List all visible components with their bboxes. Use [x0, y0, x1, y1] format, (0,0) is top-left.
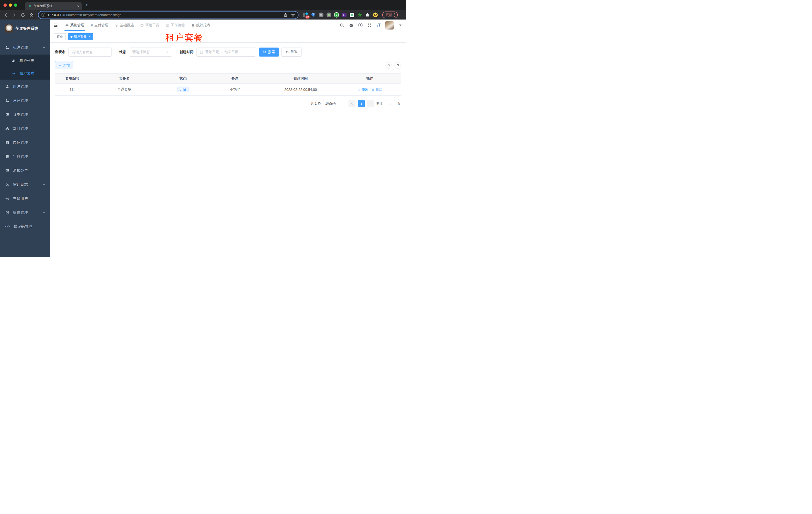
nav-item-system[interactable]: 系统管理 [62, 20, 87, 31]
fullscreen-icon[interactable] [367, 23, 372, 28]
user-avatar[interactable] [385, 21, 394, 29]
tags-view-bar: 首页 租户套餐 × 租户套餐 [50, 31, 406, 43]
bookmark-star-icon[interactable] [291, 13, 295, 17]
browser-update-button[interactable]: 更新 [382, 11, 398, 18]
avatar-dropdown-caret-icon[interactable] [399, 25, 402, 26]
tag-home[interactable]: 首页 [54, 33, 66, 40]
shield-check-icon [5, 211, 9, 215]
prev-page-button[interactable] [348, 100, 355, 107]
page-size-select[interactable]: 10条/页 [323, 100, 346, 107]
gear-icon [65, 24, 69, 27]
browser-tab[interactable]: 芋道管理系统 × [25, 2, 82, 10]
browser-menu-icon[interactable] [394, 13, 395, 17]
page-number-button[interactable]: 1 [358, 100, 365, 107]
plus-icon [58, 64, 61, 67]
sidebar-item-tenant-list[interactable]: 租户列表 [0, 55, 50, 67]
sidebar-item-menu-management[interactable]: 菜单管理 [0, 108, 50, 121]
date-range-picker[interactable]: 开始日期 - 结束日期 [197, 48, 256, 57]
sidebar-menu: 租户管理 租户列表 租户套餐 用户管理 角色管理 [0, 40, 50, 257]
font-size-icon[interactable]: TT [377, 23, 380, 27]
maximize-window-button[interactable] [14, 3, 17, 7]
code-icon: </> [5, 225, 10, 228]
tag-close-icon[interactable]: × [88, 35, 90, 38]
extension-grid-icon[interactable]: 10 [303, 12, 308, 18]
sidebar-item-tenant-package[interactable]: 租户套餐 [0, 67, 50, 80]
home-button[interactable] [28, 11, 35, 19]
reset-button[interactable]: 重置 [282, 48, 301, 57]
sidebar-item-sms-management[interactable]: 短信管理 [0, 206, 50, 220]
url-path: :48080/admin-ui/system/tenant/package [61, 13, 121, 17]
sidebar-item-tenant-management[interactable]: 租户管理 [0, 40, 50, 55]
url-bar[interactable]: i 127.0.0.1:48080/admin-ui/system/tenant… [38, 11, 298, 19]
nav-item-infra[interactable]: 基础设施 [112, 20, 137, 31]
sidebar-item-dept-management[interactable]: 部门管理 [0, 121, 50, 136]
sidebar-logo-row: 芋道管理系统 [0, 22, 50, 35]
delete-link[interactable]: 删除 [372, 87, 382, 92]
goto-page-input[interactable] [385, 100, 395, 107]
window-controls[interactable] [3, 3, 17, 7]
nav-item-payment[interactable]: ¥ 支付管理 [87, 20, 112, 31]
extension-y-icon[interactable]: Y [334, 12, 339, 18]
column-header: 套餐名 [89, 76, 159, 81]
extension-flag-icon[interactable] [349, 12, 354, 18]
reload-button[interactable] [20, 11, 27, 19]
minimize-window-button[interactable] [9, 3, 12, 7]
new-tab-button[interactable]: + [85, 2, 88, 8]
extension-gem-icon[interactable] [311, 12, 316, 18]
sidebar-item-user-management[interactable]: 用户管理 [0, 80, 50, 93]
refresh-icon [286, 50, 289, 54]
extension-star-icon[interactable] [357, 12, 362, 18]
toggle-search-button[interactable] [385, 62, 392, 69]
extension-command-icon[interactable]: ⌘ [319, 12, 323, 18]
trash-icon [372, 88, 375, 91]
browser-tab-title: 芋道管理系统 [34, 4, 75, 8]
sidebar-item-dict-management[interactable]: 字典管理 [0, 150, 50, 164]
sidebar-item-audit-log[interactable]: 审计日志 [0, 178, 50, 192]
sidebar-item-role-management[interactable]: 角色管理 [0, 93, 50, 108]
search-icon [263, 50, 266, 54]
share-icon[interactable] [284, 13, 288, 17]
nav-label: 研发工具 [145, 23, 159, 28]
nav-label: 支付管理 [94, 23, 108, 28]
next-page-button[interactable] [367, 100, 374, 107]
sidebar-item-error-code[interactable]: </> 错误码管理 [0, 220, 50, 234]
sidebar-item-post-management[interactable]: 岗位管理 [0, 136, 50, 150]
nav-item-reports[interactable]: 统计报表 [188, 20, 213, 31]
github-icon[interactable] [349, 23, 353, 28]
tab-close-icon[interactable]: × [77, 4, 79, 8]
id-badge-icon [5, 141, 9, 145]
name-input-field[interactable] [72, 50, 108, 54]
help-icon[interactable]: ? [358, 23, 362, 27]
pencil-icon [357, 88, 360, 91]
sidebar-item-notice[interactable]: 通知公告 [0, 164, 50, 178]
search-icon[interactable] [340, 23, 344, 28]
extension-badge: 10 [306, 16, 310, 19]
status-filter-select[interactable]: 请选择状态 [129, 48, 172, 57]
add-button[interactable]: 新增 [55, 61, 73, 69]
name-filter-input[interactable] [68, 48, 112, 57]
extension-shield-icon[interactable] [342, 12, 347, 18]
tag-tenant-package[interactable]: 租户套餐 × [68, 33, 93, 40]
search-icon [387, 64, 390, 67]
extensions-puzzle-icon[interactable] [365, 12, 370, 18]
nav-item-devtools[interactable]: 研发工具 [137, 20, 163, 31]
nav-item-workflow[interactable]: 工作流程 [163, 20, 188, 31]
refresh-table-button[interactable] [395, 62, 401, 69]
cell-package-id: 111 [55, 88, 89, 91]
back-button[interactable] [2, 11, 9, 19]
sidebar-item-label: 在线用户 [13, 196, 28, 201]
column-header: 状态 [159, 76, 207, 81]
profile-avatar-icon[interactable] [373, 12, 378, 18]
edit-link[interactable]: 修改 [357, 87, 368, 92]
page-unit-label: 页 [397, 101, 401, 106]
url-text[interactable]: 127.0.0.1:48080/admin-ui/system/tenant/p… [48, 13, 121, 17]
sidebar-item-online-users[interactable]: 在线用户 [0, 192, 50, 206]
extension-dot-icon[interactable] [326, 12, 331, 18]
search-button[interactable]: 搜索 [259, 48, 279, 57]
forward-button[interactable] [11, 11, 18, 19]
site-info-icon[interactable]: i [41, 13, 45, 17]
page-content: 套餐名 状态 请选择状态 创建时间 开始日期 - 结束日期 [50, 43, 406, 257]
close-window-button[interactable] [3, 3, 7, 7]
status-badge[interactable]: 开启 [177, 87, 188, 92]
sidebar-collapse-icon[interactable] [54, 23, 58, 28]
